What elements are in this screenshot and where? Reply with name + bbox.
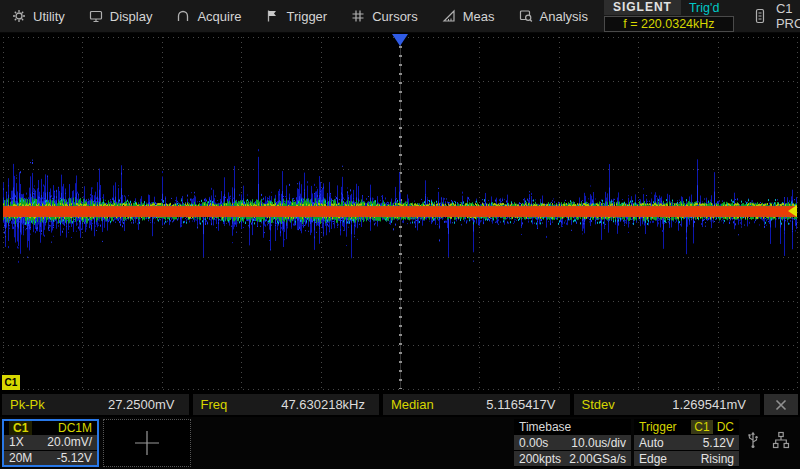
- measurement-pkpk[interactable]: Pk-Pk 27.2500mV: [2, 394, 189, 415]
- channel-attenuation: 1X: [9, 435, 24, 449]
- measurement-freq[interactable]: Freq 47.630218kHz: [193, 394, 380, 415]
- probe-icon: [754, 8, 766, 24]
- oscilloscope-screen: Utility Display Acquire Trigger: [0, 0, 800, 469]
- menu-item-label: Meas: [463, 9, 495, 24]
- measurement-value: 27.2500mV: [108, 397, 175, 412]
- add-channel-box[interactable]: [103, 419, 191, 467]
- timebase-box[interactable]: Timebase 0.00s 10.0us/div 200kpts 2.00GS…: [514, 419, 631, 467]
- channel-offset-indicator[interactable]: C1: [2, 375, 20, 390]
- measurement-value: 47.630218kHz: [281, 397, 365, 412]
- status-block: SIGLENT Trig'd f = 220.0324kHz: [600, 0, 738, 32]
- menu-item-display[interactable]: Display: [77, 0, 165, 32]
- channel-scale: 20.0mV/: [47, 435, 92, 449]
- crosshatch-icon: [351, 9, 365, 23]
- measurement-value: 5.1165417V: [486, 397, 555, 412]
- timebase-delay: 0.00s: [519, 436, 548, 450]
- bottom-status-bar: C1 DC1M 1X 20.0mV/ 20M -5.12V Timebase 0…: [0, 417, 800, 469]
- menu-item-label: Trigger: [286, 9, 327, 24]
- brand-logo: SIGLENT: [604, 0, 681, 15]
- trigger-level-marker[interactable]: [788, 205, 797, 217]
- measurements-close-button[interactable]: [764, 394, 798, 415]
- trigger-slope: Rising: [701, 452, 734, 466]
- menu-item-analysis[interactable]: Analysis: [507, 0, 600, 32]
- menu-item-label: Utility: [33, 9, 65, 24]
- measurement-label: Freq: [201, 397, 228, 412]
- channel-bandwidth: 20M: [9, 451, 32, 465]
- menu-item-cursors[interactable]: Cursors: [339, 0, 430, 32]
- menu-item-utility[interactable]: Utility: [0, 0, 77, 32]
- waveform-canvas: [3, 37, 797, 389]
- acquire-arch-icon: [176, 9, 190, 23]
- probe-label: C1 PROBE: [776, 1, 800, 31]
- gear-icon: [12, 9, 26, 23]
- menu-item-label: Analysis: [540, 9, 588, 24]
- menu-item-label: Display: [110, 9, 153, 24]
- measurement-stdev[interactable]: Stdev 1.269541mV: [574, 394, 761, 415]
- usb-icon[interactable]: [746, 431, 760, 449]
- close-icon: [774, 398, 788, 412]
- channel-coupling: DC1M: [58, 421, 92, 435]
- triangle-ruler-icon: [442, 9, 456, 23]
- top-menu-bar: Utility Display Acquire Trigger: [0, 0, 800, 33]
- trigger-title: Trigger: [639, 420, 677, 434]
- channel1-descriptor-box[interactable]: C1 DC1M 1X 20.0mV/ 20M -5.12V: [2, 419, 99, 467]
- timebase-scale: 10.0us/div: [571, 436, 626, 450]
- menu-item-meas[interactable]: Meas: [430, 0, 507, 32]
- trigger-type: Edge: [639, 452, 667, 466]
- menu-item-label: Acquire: [197, 9, 241, 24]
- measurement-label: Pk-Pk: [10, 397, 45, 412]
- gridline-horizontal: [3, 389, 797, 390]
- lan-icon[interactable]: [772, 431, 790, 449]
- probe-menu-item[interactable]: C1 PROBE: [738, 0, 800, 32]
- trigger-mode: Auto: [639, 436, 664, 450]
- measurement-median[interactable]: Median 5.1165417V: [383, 394, 570, 415]
- plus-icon: [132, 428, 162, 458]
- menu-item-acquire[interactable]: Acquire: [164, 0, 253, 32]
- trigger-level: 5.12V: [703, 436, 734, 450]
- gridline-vertical: [797, 37, 798, 389]
- measurement-label: Median: [391, 397, 434, 412]
- timebase-points: 200kpts: [519, 452, 561, 466]
- flag-icon: [265, 9, 279, 23]
- menu-item-label: Cursors: [372, 9, 418, 24]
- trigger-position-marker[interactable]: [392, 34, 408, 46]
- trigger-box[interactable]: Trigger C1 DC Auto 5.12V Edge Rising: [634, 419, 739, 467]
- monitor-icon: [89, 9, 103, 23]
- measurement-label: Stdev: [582, 397, 615, 412]
- timebase-title: Timebase: [519, 420, 571, 434]
- trigger-frequency-readout: f = 220.0324kHz: [604, 16, 734, 32]
- menu-item-trigger[interactable]: Trigger: [253, 0, 339, 32]
- timebase-samplerate: 2.00GSa/s: [569, 452, 626, 466]
- grid-area: C1: [0, 33, 800, 392]
- io-status-icons: [746, 431, 790, 449]
- measurement-bar: Pk-Pk 27.2500mV Freq 47.630218kHz Median…: [0, 392, 800, 417]
- trigger-source: C1: [691, 420, 712, 434]
- channel-offset: -5.12V: [57, 451, 92, 465]
- channel-name: C1: [9, 421, 32, 435]
- trigger-status-badge: Trig'd: [681, 1, 727, 15]
- measurement-value: 1.269541mV: [672, 397, 746, 412]
- magnifier-doc-icon: [519, 9, 533, 23]
- trigger-coupling: DC: [717, 420, 734, 434]
